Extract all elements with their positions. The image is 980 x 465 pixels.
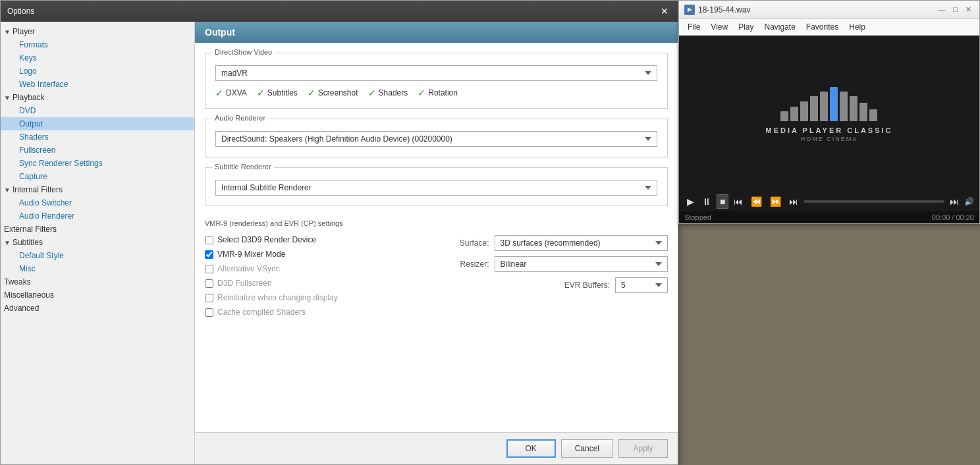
apply-button[interactable]: Apply: [618, 439, 668, 458]
sidebar-item-default-style[interactable]: Default Style: [1, 249, 194, 262]
bar-6-blue: [830, 87, 838, 121]
prev-chapter-button[interactable]: ⏮: [731, 195, 746, 208]
audio-section-label: Audio Renderer: [212, 114, 268, 122]
sidebar-item-sync-renderer[interactable]: Sync Renderer Settings: [1, 157, 194, 170]
vmr-left-column: Select D3D9 Render Device VMR-9 Mixer Mo…: [205, 235, 430, 317]
feature-rotation: ✓ Rotation: [418, 88, 458, 98]
sidebar-item-audio-renderer[interactable]: Audio Renderer: [1, 209, 194, 223]
frame-step-button[interactable]: ⏭: [947, 195, 962, 208]
directshow-dropdown-container: madVR EVR Custom Presenter EVR Sync Rend…: [215, 65, 657, 81]
directshow-section: DirectShow Video madVR EVR Custom Presen…: [205, 53, 668, 109]
reinitialize-label: Reinitialize when changing display: [217, 293, 338, 302]
ok-button[interactable]: OK: [506, 439, 556, 458]
rewind-button[interactable]: ⏪: [748, 195, 765, 208]
bar-2: [790, 107, 798, 121]
directshow-section-label: DirectShow Video: [212, 48, 275, 56]
checkbox-d3d9-item: Select D3D9 Render Device: [205, 235, 430, 244]
cache-shaders-checkbox[interactable]: [205, 308, 213, 317]
sidebar-item-dvd[interactable]: DVD: [1, 104, 194, 117]
fast-forward-button[interactable]: ⏩: [767, 195, 784, 208]
mpc-menu-navigate[interactable]: Navigate: [759, 20, 800, 34]
audio-dropdown-container: DirectSound: Speakers (High Definition A…: [215, 131, 657, 147]
surface-label: Surface:: [443, 238, 489, 248]
resizer-label: Resizer:: [443, 260, 489, 269]
next-chapter-button[interactable]: ⏭: [786, 195, 801, 208]
mpc-video-area: MEDIA PLAYER CLASSIC HOME CINEMA: [679, 36, 979, 192]
bar-8: [850, 96, 858, 121]
checkbox-cache-shaders-item: Cache compiled Shaders: [205, 308, 430, 317]
sidebar-item-external-filters[interactable]: External Filters: [1, 223, 194, 236]
content-header: Output: [195, 22, 678, 43]
mpc-menu-favorites[interactable]: Favorites: [801, 20, 844, 34]
sidebar-item-tweaks[interactable]: Tweaks: [1, 275, 194, 288]
evr-row: EVR Buffers: 5 3 4 6 7: [443, 277, 668, 293]
sidebar-item-logo[interactable]: Logo: [1, 65, 194, 78]
mpc-title: 18-195-44.wav: [698, 5, 750, 14]
sidebar-item-misc[interactable]: Misc: [1, 262, 194, 275]
feature-screenshot: ✓ Screenshot: [308, 88, 358, 98]
time-text: 00:00 / 00:20: [932, 213, 974, 221]
dialog-body: ▼Player Formats Keys Logo Web Interface …: [1, 22, 678, 464]
mpc-menu-view[interactable]: View: [705, 20, 733, 34]
directshow-video-select[interactable]: madVR EVR Custom Presenter EVR Sync Rend…: [215, 65, 657, 81]
sidebar-item-web-interface[interactable]: Web Interface: [1, 78, 194, 91]
mpc-maximize-button[interactable]: □: [950, 5, 960, 14]
evr-buffers-label: EVR Buffers:: [564, 281, 610, 290]
sidebar-item-formats[interactable]: Formats: [1, 38, 194, 51]
sidebar-item-miscellaneous[interactable]: Miscellaneous: [1, 288, 194, 302]
checkbox-d3dfullscreen-item: D3D Fullscreen: [205, 279, 430, 288]
vmr9-label: VMR-9 Mixer Mode: [217, 250, 285, 259]
sidebar-item-advanced[interactable]: Advanced: [1, 302, 194, 315]
altvsync-checkbox[interactable]: [205, 265, 213, 273]
d3d9-label: Select D3D9 Render Device: [217, 235, 316, 244]
reinitialize-checkbox[interactable]: [205, 294, 213, 302]
audio-renderer-section: Audio Renderer DirectSound: Speakers (Hi…: [205, 119, 668, 157]
options-dialog: Options ✕ ▼Player Formats Keys Logo Web …: [0, 0, 678, 465]
sidebar-item-audio-switcher[interactable]: Audio Switcher: [1, 196, 194, 209]
vmr9-checkbox[interactable]: [205, 250, 213, 259]
dialog-footer: OK Cancel Apply: [195, 432, 678, 464]
cancel-button[interactable]: Cancel: [561, 439, 613, 458]
evr-buffers-select[interactable]: 5 3 4 6 7: [615, 277, 668, 293]
feature-dxva: ✓ DXVA: [215, 88, 247, 98]
bar-4: [810, 96, 818, 121]
progress-bar[interactable]: [803, 200, 944, 203]
sidebar-item-player[interactable]: ▼Player: [1, 25, 194, 38]
subtitle-section-label: Subtitle Renderer: [212, 163, 274, 171]
sidebar-item-shaders[interactable]: Shaders: [1, 130, 194, 144]
dxva-check-icon: ✓: [215, 88, 223, 98]
subtitle-renderer-select[interactable]: Internal Subtitle Renderer VSFilter (aut…: [215, 180, 657, 196]
vmr-grid: Select D3D9 Render Device VMR-9 Mixer Mo…: [205, 235, 668, 317]
mpc-logo-text: MEDIA PLAYER CLASSIC: [765, 126, 892, 134]
mpc-menu-help[interactable]: Help: [844, 20, 871, 34]
mpc-menu-play[interactable]: Play: [733, 20, 759, 34]
mpc-menu-file[interactable]: File: [682, 20, 705, 34]
sidebar-item-output[interactable]: Output: [1, 117, 194, 130]
mpc-logo-sub: HOME CINEMA: [801, 136, 858, 142]
d3d9-checkbox[interactable]: [205, 236, 213, 244]
cache-shaders-label: Cache compiled Shaders: [217, 308, 306, 317]
mpc-minimize-button[interactable]: —: [935, 5, 948, 14]
resizer-select[interactable]: Bilinear Nearest Neighbor Lanczos 2: [495, 256, 668, 272]
audio-renderer-select[interactable]: DirectSound: Speakers (High Definition A…: [215, 131, 657, 147]
sidebar-item-internal-filters[interactable]: ▼Internal Filters: [1, 183, 194, 196]
mpc-close-button[interactable]: ✕: [963, 5, 974, 14]
stop-button[interactable]: ■: [717, 194, 728, 209]
sidebar-item-capture[interactable]: Capture: [1, 170, 194, 183]
surface-select[interactable]: 3D surfaces (recommended) 2D surfaces: [495, 235, 668, 251]
resizer-row: Resizer: Bilinear Nearest Neighbor Lancz…: [443, 256, 668, 272]
tree-arrow-playback: ▼: [4, 94, 11, 101]
play-button[interactable]: ▶: [684, 195, 697, 208]
d3dfullscreen-checkbox[interactable]: [205, 279, 213, 288]
sidebar-item-playback[interactable]: ▼Playback: [1, 91, 194, 104]
screenshot-label: Screenshot: [318, 88, 358, 97]
checkbox-vmr9-item: VMR-9 Mixer Mode: [205, 250, 430, 259]
sidebar-item-keys[interactable]: Keys: [1, 51, 194, 65]
pause-button[interactable]: ⏸: [699, 195, 714, 208]
sidebar-item-fullscreen[interactable]: Fullscreen: [1, 144, 194, 157]
sidebar-item-subtitles[interactable]: ▼Subtitles: [1, 236, 194, 249]
mpc-window: ▶ 18-195-44.wav — □ ✕ File View Play Nav…: [678, 0, 980, 224]
checkbox-altvsync-item: Alternative VSync: [205, 264, 430, 273]
dxva-label: DXVA: [226, 88, 247, 97]
dialog-close-button[interactable]: ✕: [658, 5, 671, 18]
